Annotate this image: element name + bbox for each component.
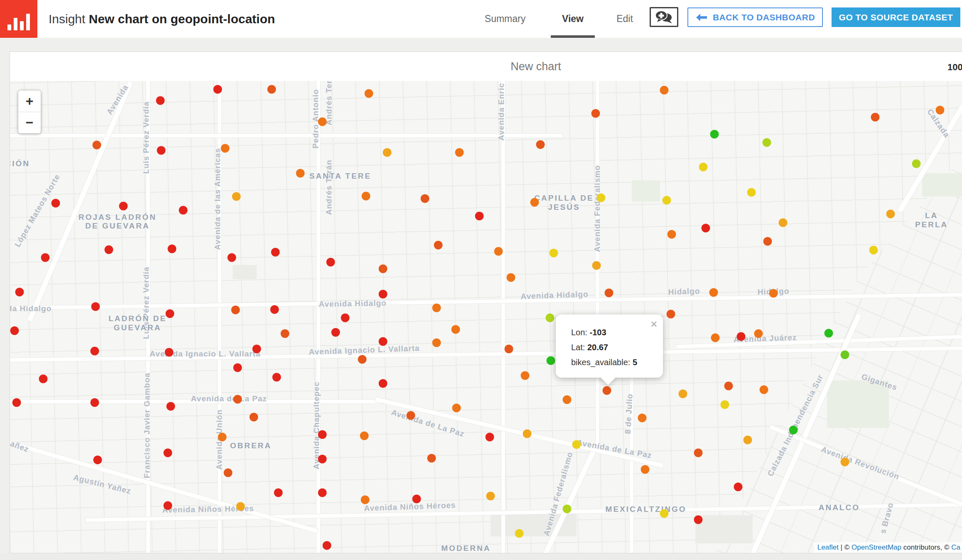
- map-point[interactable]: [562, 505, 571, 513]
- map-point[interactable]: [545, 314, 554, 322]
- map-point[interactable]: [15, 287, 24, 296]
- map-point[interactable]: [341, 314, 349, 322]
- map-point[interactable]: [52, 199, 60, 208]
- map-point[interactable]: [318, 117, 326, 126]
- map-point[interactable]: [119, 202, 128, 211]
- map-point[interactable]: [379, 265, 388, 273]
- map-point[interactable]: [221, 144, 229, 153]
- map-point[interactable]: [638, 414, 646, 422]
- map-point[interactable]: [912, 159, 920, 168]
- map-point[interactable]: [710, 130, 719, 139]
- map-point[interactable]: [506, 273, 515, 282]
- map-point[interactable]: [164, 348, 173, 357]
- map-point[interactable]: [421, 194, 429, 203]
- map-point[interactable]: [604, 289, 613, 297]
- map-point[interactable]: [724, 381, 733, 390]
- map-point[interactable]: [494, 247, 503, 256]
- map-point[interactable]: [486, 432, 494, 441]
- map-point[interactable]: [92, 141, 101, 150]
- tab-summary[interactable]: Summary: [480, 0, 530, 35]
- map-point[interactable]: [572, 440, 581, 449]
- popup-close-icon[interactable]: ×: [651, 319, 657, 329]
- map-point[interactable]: [267, 85, 276, 94]
- map-point[interactable]: [360, 432, 368, 440]
- map-point[interactable]: [232, 192, 241, 201]
- map-point[interactable]: [641, 465, 649, 474]
- map-point[interactable]: [734, 482, 743, 491]
- tab-edit[interactable]: Edit: [607, 0, 642, 35]
- map-point[interactable]: [886, 210, 895, 219]
- map-point[interactable]: [362, 192, 371, 201]
- map-point[interactable]: [231, 305, 240, 314]
- map-point[interactable]: [93, 456, 102, 464]
- map-point[interactable]: [760, 385, 768, 394]
- map-point[interactable]: [233, 395, 242, 403]
- map-point[interactable]: [41, 253, 49, 262]
- map-point[interactable]: [252, 345, 261, 354]
- map-point[interactable]: [91, 302, 100, 311]
- map-point[interactable]: [592, 261, 601, 270]
- map-point[interactable]: [432, 304, 441, 312]
- map-point[interactable]: [936, 106, 945, 115]
- map-point[interactable]: [769, 289, 778, 298]
- map-point[interactable]: [272, 373, 281, 382]
- map-point[interactable]: [702, 224, 710, 233]
- map-point[interactable]: [660, 86, 668, 94]
- map-point[interactable]: [318, 430, 326, 439]
- map-point[interactable]: [825, 329, 833, 337]
- map-point[interactable]: [157, 146, 166, 155]
- map-point[interactable]: [249, 413, 258, 421]
- map-point[interactable]: [218, 432, 227, 441]
- map-point[interactable]: [486, 491, 495, 500]
- map-point[interactable]: [156, 96, 165, 105]
- map-point[interactable]: [10, 326, 19, 335]
- map-point[interactable]: [281, 329, 290, 338]
- map-point[interactable]: [365, 89, 373, 98]
- map-point[interactable]: [270, 305, 279, 314]
- map-point[interactable]: [412, 495, 421, 504]
- map-point[interactable]: [667, 230, 676, 239]
- map-point[interactable]: [549, 248, 558, 257]
- map-point[interactable]: [228, 253, 236, 262]
- map-point[interactable]: [432, 339, 441, 347]
- map-point[interactable]: [233, 363, 242, 372]
- map-point[interactable]: [326, 258, 335, 267]
- map-point[interactable]: [164, 449, 172, 457]
- map-point[interactable]: [754, 329, 763, 338]
- map-point[interactable]: [663, 196, 671, 205]
- map-point[interactable]: [39, 374, 48, 383]
- map-point[interactable]: [763, 237, 772, 246]
- zoom-in-button[interactable]: +: [18, 91, 41, 112]
- map-point[interactable]: [591, 109, 600, 118]
- map-point[interactable]: [721, 400, 729, 409]
- map-point[interactable]: [779, 218, 788, 227]
- map-point[interactable]: [296, 169, 305, 177]
- map-point[interactable]: [379, 290, 388, 299]
- map-point[interactable]: [434, 241, 443, 250]
- map-point[interactable]: [699, 162, 707, 171]
- map-point[interactable]: [709, 288, 718, 297]
- map-point[interactable]: [323, 541, 331, 550]
- go-to-source-dataset-button[interactable]: GO TO SOURCE DATASET: [832, 7, 960, 27]
- map-point[interactable]: [597, 193, 606, 202]
- leaflet-link[interactable]: Leaflet: [817, 543, 839, 551]
- map-point[interactable]: [660, 509, 668, 518]
- map-point[interactable]: [530, 198, 539, 206]
- map-point[interactable]: [236, 502, 245, 511]
- map-point[interactable]: [763, 138, 771, 147]
- map-point[interactable]: [869, 246, 878, 254]
- map-canvas[interactable]: + − × Lon: -103 Lat: 20.67 bikes_availab…: [10, 81, 962, 553]
- map-point[interactable]: [90, 398, 99, 407]
- map-point[interactable]: [274, 488, 283, 497]
- app-logo[interactable]: [0, 0, 37, 38]
- map-point[interactable]: [167, 402, 175, 410]
- map-point[interactable]: [358, 355, 367, 364]
- map-point[interactable]: [666, 310, 675, 319]
- map-point[interactable]: [505, 345, 513, 354]
- map-point[interactable]: [379, 337, 388, 346]
- map-point[interactable]: [694, 516, 703, 524]
- map-point[interactable]: [406, 411, 415, 420]
- map-point[interactable]: [871, 113, 880, 122]
- map-point[interactable]: [166, 309, 174, 318]
- back-to-dashboard-button[interactable]: BACK TO DASHBOARD: [687, 7, 823, 27]
